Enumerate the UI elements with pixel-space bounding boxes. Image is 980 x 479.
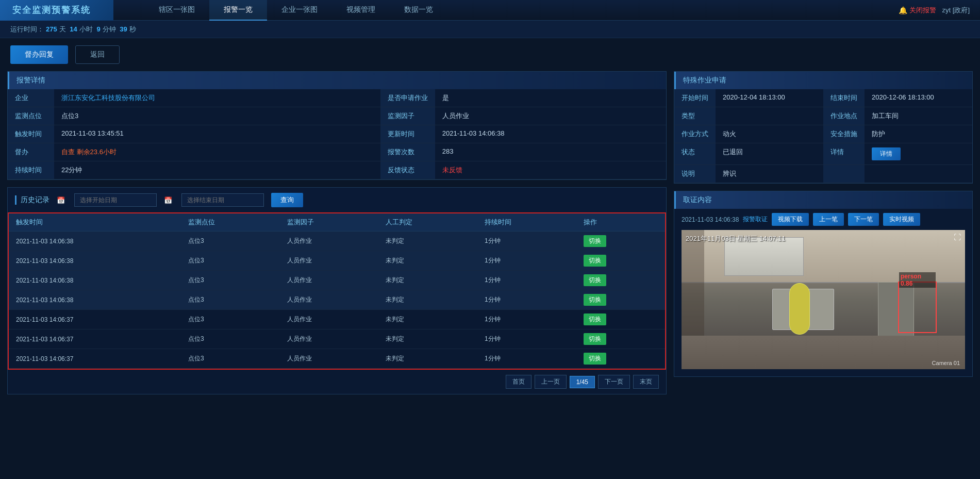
cell-action: 切换 — [576, 329, 666, 349]
end-date-input[interactable] — [181, 193, 264, 207]
cell-judge: 未判定 — [378, 310, 477, 329]
monitor-point-label: 监测点位 — [8, 107, 54, 125]
video-download-button[interactable]: 视频下载 — [772, 213, 809, 226]
trigger-time-value: 2021-11-03 13:45:51 — [54, 125, 380, 143]
col-judge: 人工判定 — [378, 213, 477, 232]
switch-button[interactable]: 切换 — [584, 235, 606, 247]
sw-type-value — [716, 107, 823, 125]
nav-tab-2[interactable]: 报警一览 — [209, 0, 267, 21]
nav-tab-5[interactable]: 数据一览 — [390, 0, 447, 21]
switch-button[interactable]: 切换 — [584, 255, 606, 267]
history-table: 触发时间 监测点位 监测因子 人工判定 持续时间 操作 2021-11-03 1… — [9, 213, 665, 369]
nav-tab-4[interactable]: 视频管理 — [332, 0, 390, 21]
prev-record-button[interactable]: 上一笔 — [813, 213, 844, 226]
next-page-button[interactable]: 下一页 — [598, 375, 630, 389]
alarm-detail-header: 报警详情 — [8, 72, 666, 89]
cell-time: 2021-11-03 14:06:37 — [9, 349, 181, 369]
close-alert-button[interactable]: 关闭报警 — [899, 6, 936, 15]
cell-judge: 未判定 — [378, 329, 477, 349]
cell-action: 切换 — [576, 290, 666, 310]
cell-point: 点位3 — [181, 310, 280, 329]
alarm-detail-card: 报警详情 企业 浙江东安化工科技股份有限公司 是否申请作业 是 监测点位 点位3… — [7, 71, 667, 180]
history-title: 历史记录 — [15, 195, 49, 205]
sw-end-time-value: 2020-12-06 18:13:00 — [865, 89, 972, 107]
table-row: 类型 作业地点 加工车间 — [674, 107, 972, 125]
nav-tabs: 辖区一张图 报警一览 企业一张图 视频管理 数据一览 — [144, 0, 899, 21]
supervise-value: 自查 剩余23.6小时 — [54, 143, 380, 161]
cell-point: 点位3 — [181, 271, 280, 290]
next-record-button[interactable]: 下一笔 — [848, 213, 879, 226]
runtime-bar: 运行时间： 275 天 14 小时 9 分钟 39 秒 — [0, 21, 980, 38]
sw-status-value: 已退回 — [716, 143, 823, 165]
fullscreen-icon[interactable]: ⛶ — [954, 233, 961, 241]
last-page-button[interactable]: 末页 — [633, 375, 659, 389]
sw-remark-label: 说明 — [674, 165, 716, 183]
cell-factor: 人员作业 — [280, 310, 379, 329]
nav-tab-1[interactable]: 辖区一张图 — [144, 0, 209, 21]
col-duration: 持续时间 — [477, 213, 576, 232]
page-current: 1/45 — [570, 376, 595, 388]
monitor-factor-label: 监测因子 — [380, 107, 435, 125]
switch-button[interactable]: 切换 — [584, 353, 606, 365]
monitor-factor-value: 人员作业 — [435, 107, 666, 125]
sw-detail-button[interactable]: 详情 — [872, 147, 901, 160]
table-row: 2021-11-03 14:06:38 点位3 人员作业 未判定 1分钟 切换 — [9, 290, 665, 310]
runtime-seconds: 39 — [120, 25, 127, 33]
handle-reply-button[interactable]: 督办回复 — [10, 45, 68, 64]
right-panel: 特殊作业申请 开始时间 2020-12-04 18:13:00 结束时间 202… — [674, 71, 973, 394]
col-action: 操作 — [576, 213, 666, 232]
cell-judge: 未判定 — [378, 251, 477, 271]
video-placeholder: person 0.86 — [682, 230, 965, 369]
cell-action: 切换 — [576, 271, 666, 290]
table-row: 2021-11-03 14:06:37 点位3 人员作业 未判定 1分钟 切换 — [9, 329, 665, 349]
cell-judge: 未判定 — [378, 349, 477, 369]
switch-button[interactable]: 切换 — [584, 274, 606, 286]
left-panel: 报警详情 企业 浙江东安化工科技股份有限公司 是否申请作业 是 监测点位 点位3… — [7, 71, 667, 394]
col-monitor-factor: 监测因子 — [280, 213, 379, 232]
pagination-bar: 首页 上一页 1/45 下一页 末页 — [8, 370, 666, 394]
action-bar: 督办回复 返回 — [0, 38, 980, 71]
history-card: 历史记录 📅 📅 查询 触发时间 监测点位 监测因子 人工判定 持续时间 — [7, 187, 667, 394]
alarm-detail-table: 企业 浙江东安化工科技股份有限公司 是否申请作业 是 监测点位 点位3 监测因子… — [8, 89, 666, 179]
detection-box: person 0.86 — [898, 282, 937, 333]
cell-duration: 1分钟 — [477, 232, 576, 251]
video-container: person 0.86 2021年11月03日 星期三 14:07:11 Cam… — [682, 230, 965, 369]
cell-duration: 1分钟 — [477, 310, 576, 329]
runtime-hours-label: 小时 — [79, 25, 93, 34]
cell-factor: 人员作业 — [280, 251, 379, 271]
switch-button[interactable]: 切换 — [584, 294, 606, 306]
table-row: 企业 浙江东安化工科技股份有限公司 是否申请作业 是 — [8, 89, 666, 107]
calendar-end-icon: 📅 — [164, 196, 172, 204]
table-row: 2021-11-03 14:06:37 点位3 人员作业 未判定 1分钟 切换 — [9, 349, 665, 369]
live-video-button[interactable]: 实时视频 — [883, 213, 920, 226]
sw-work-place-value: 加工车间 — [865, 107, 972, 125]
switch-button[interactable]: 切换 — [584, 333, 606, 345]
cell-point: 点位3 — [181, 290, 280, 310]
table-row: 督办 自查 剩余23.6小时 报警次数 283 — [8, 143, 666, 161]
cell-duration: 1分钟 — [477, 290, 576, 310]
nav-tab-3[interactable]: 企业一张图 — [267, 0, 332, 21]
calendar-start-icon: 📅 — [57, 196, 65, 204]
first-page-button[interactable]: 首页 — [506, 375, 531, 389]
cell-factor: 人员作业 — [280, 329, 379, 349]
special-work-title: 特殊作业申请 — [683, 76, 726, 85]
sw-start-time-label: 开始时间 — [674, 89, 716, 107]
cell-action: 切换 — [576, 232, 666, 251]
prev-page-button[interactable]: 上一页 — [535, 375, 567, 389]
cell-factor: 人员作业 — [280, 232, 379, 251]
cell-judge: 未判定 — [378, 271, 477, 290]
cell-time: 2021-11-03 14:06:37 — [9, 329, 181, 349]
back-button[interactable]: 返回 — [75, 45, 120, 64]
cell-time: 2021-11-03 14:06:38 — [9, 290, 181, 310]
start-date-input[interactable] — [74, 193, 157, 207]
table-row: 2021-11-03 14:06:38 点位3 人员作业 未判定 1分钟 切换 — [9, 271, 665, 290]
cell-judge: 未判定 — [378, 290, 477, 310]
sw-status-label: 状态 — [674, 143, 716, 165]
query-button[interactable]: 查询 — [271, 193, 303, 207]
camera-label: Camera 01 — [932, 360, 960, 366]
sw-start-time-value: 2020-12-04 18:13:00 — [716, 89, 823, 107]
runtime-days: 275 — [46, 25, 57, 33]
switch-button[interactable]: 切换 — [584, 313, 606, 325]
table-row: 持续时间 22分钟 反馈状态 未反馈 — [8, 161, 666, 179]
sw-work-place-label: 作业地点 — [823, 107, 865, 125]
